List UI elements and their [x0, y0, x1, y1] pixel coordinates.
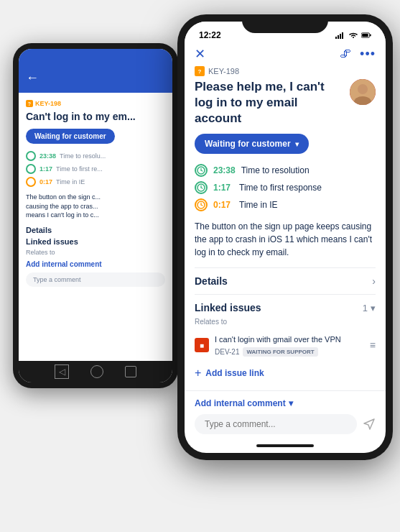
- details-chevron-icon: ›: [372, 275, 376, 287]
- back-timer-label-1: Time to resolu...: [60, 152, 106, 160]
- timer-label-2: Time to first response: [239, 183, 322, 193]
- add-issue-link-row[interactable]: + Add issue link: [195, 361, 376, 385]
- back-nav-triangle[interactable]: ◁: [55, 364, 69, 379]
- back-status-button[interactable]: Waiting for customer: [26, 129, 115, 144]
- timer-label-3: Time in IE: [239, 200, 278, 210]
- back-timer-val-3: 0:17: [39, 178, 52, 185]
- scene: ← ? KEY-198 Can't log in to my em... Wai…: [0, 0, 400, 532]
- home-indicator: [185, 439, 386, 453]
- attach-icon[interactable]: 🖇: [340, 47, 351, 60]
- svg-line-18: [201, 205, 203, 206]
- add-link-label: Add issue link: [205, 368, 264, 378]
- front-phone-screen: 12:22: [185, 22, 386, 453]
- svg-line-15: [201, 188, 203, 188]
- svg-rect-3: [342, 32, 343, 39]
- issue-key-row: ? KEY-198: [195, 66, 376, 76]
- internal-comment-row[interactable]: Add internal comment ▾: [195, 398, 376, 408]
- comment-input-row: [195, 414, 376, 434]
- front-time: 12:22: [199, 30, 221, 40]
- front-topbar-actions: 🖇 •••: [340, 47, 376, 62]
- back-nav-square[interactable]: [125, 366, 136, 377]
- back-relates-to: Relates to: [26, 249, 165, 256]
- clock-green-2: [195, 181, 208, 194]
- back-description: The button on the sign c...causing the a…: [26, 193, 165, 220]
- svg-rect-2: [340, 34, 341, 39]
- front-bottom-bar: Add internal comment ▾: [185, 390, 386, 439]
- back-timer-val-2: 1:17: [39, 165, 52, 173]
- timer-value-2: 1:17: [213, 183, 233, 193]
- clock-green-1: [195, 164, 208, 177]
- svg-rect-0: [335, 37, 337, 39]
- back-details-title: Details: [26, 226, 165, 234]
- back-comment-input[interactable]: Type a comment: [26, 272, 165, 287]
- issue-title: Please help me, I can't log in to my ema…: [195, 79, 344, 127]
- linked-issue-menu-icon[interactable]: ≡: [370, 339, 376, 351]
- send-button[interactable]: [363, 418, 376, 431]
- timer-row-3: 0:17 Time in IE: [195, 198, 376, 211]
- timer-value-3: 0:17: [213, 200, 233, 210]
- linked-issue-row: ■ I can't login with gmail over the VPN …: [195, 330, 376, 360]
- signal-icon: [335, 30, 345, 40]
- issue-description: The button on the sign up page keeps cau…: [195, 220, 376, 259]
- back-nav-circle[interactable]: [90, 365, 103, 378]
- linked-issue-text: I can't login with gmail over the VPN: [215, 334, 364, 344]
- back-navigation-bar: ◁: [19, 361, 172, 382]
- svg-point-8: [358, 84, 368, 94]
- assignee-avatar: [350, 79, 376, 105]
- back-issue-key-row: ? KEY-198: [26, 100, 165, 107]
- clock-orange: [195, 198, 208, 211]
- linked-issue-type-icon: ■: [195, 338, 209, 352]
- relates-to-label: Relates to: [195, 318, 376, 326]
- back-linked-title: Linked issues: [26, 237, 165, 246]
- front-status-icons: [335, 30, 371, 40]
- back-timer-1: 23:38 Time to resolu...: [26, 151, 165, 161]
- back-clock-green-1: [26, 151, 36, 161]
- back-timer-val-1: 23:38: [39, 152, 56, 160]
- back-timer-label-2: Time to first re...: [56, 165, 103, 173]
- back-timer-3: 0:17 Time in IE: [26, 177, 165, 187]
- linked-count: 1: [363, 303, 368, 313]
- svg-rect-1: [338, 35, 339, 39]
- comment-chevron-icon: ▾: [289, 398, 293, 408]
- close-icon[interactable]: ✕: [195, 46, 205, 62]
- linked-issue-title-text: I can't login with gmail over the VPN: [215, 335, 341, 344]
- add-link-plus-icon: +: [195, 367, 201, 380]
- timer-row-2: 1:17 Time to first response: [195, 181, 376, 194]
- comment-input[interactable]: [195, 414, 357, 434]
- linked-issues-title: Linked issues: [195, 302, 261, 313]
- more-menu-icon[interactable]: •••: [360, 47, 376, 62]
- front-topbar: ✕ 🖇 •••: [185, 43, 386, 66]
- status-label: Waiting for customer: [205, 139, 291, 149]
- svg-line-12: [201, 170, 203, 171]
- back-arrow-icon[interactable]: ←: [26, 70, 39, 86]
- back-status-bar: [19, 49, 172, 66]
- back-clock-green-2: [26, 164, 36, 174]
- back-content: ? KEY-198 Can't log in to my em... Waiti…: [19, 93, 172, 361]
- status-button[interactable]: Waiting for customer ▾: [195, 134, 309, 154]
- issue-type-icon: ?: [195, 66, 205, 76]
- linked-issues-header: Linked issues 1 ▾: [195, 294, 376, 318]
- back-phone: ← ? KEY-198 Can't log in to my em... Wai…: [13, 43, 178, 388]
- details-section-title: Details: [195, 275, 228, 287]
- linked-issue-badge: WAITING FOR SUPPORT: [243, 347, 317, 357]
- notch: [242, 14, 328, 33]
- svg-rect-5: [370, 34, 371, 36]
- timer-row-1: 23:38 Time to resolution: [195, 164, 376, 177]
- battery-icon: [361, 30, 371, 40]
- back-clock-orange: [26, 177, 36, 187]
- status-chevron-icon: ▾: [295, 140, 299, 148]
- back-status-label: Waiting for customer: [34, 132, 106, 140]
- linked-issue-info: I can't login with gmail over the VPN DE…: [215, 334, 364, 356]
- timer-value-1: 23:38: [213, 165, 236, 175]
- back-topbar: ←: [19, 66, 172, 93]
- linked-toggle[interactable]: 1 ▾: [363, 303, 376, 313]
- back-key-icon: ?: [26, 100, 33, 107]
- issue-header-row: Please help me, I can't log in to my ema…: [195, 79, 376, 127]
- back-key-text: KEY-198: [35, 100, 61, 107]
- front-phone: 12:22: [177, 14, 393, 460]
- svg-rect-6: [362, 34, 368, 37]
- home-bar: [256, 444, 314, 447]
- details-section-row[interactable]: Details ›: [195, 267, 376, 294]
- back-phone-screen: ← ? KEY-198 Can't log in to my em... Wai…: [19, 49, 172, 382]
- back-add-comment-link[interactable]: Add internal comment: [26, 260, 165, 268]
